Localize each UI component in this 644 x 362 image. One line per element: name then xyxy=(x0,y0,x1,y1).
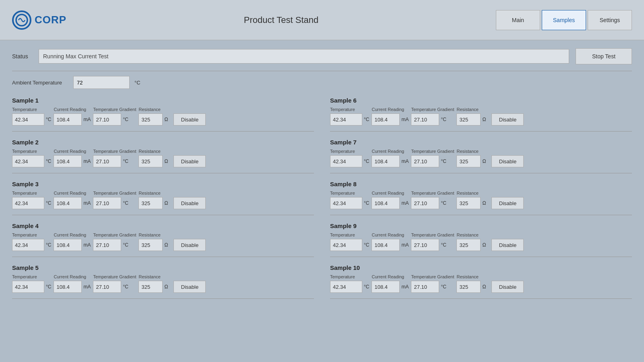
resistance-row: Ω xyxy=(138,197,168,209)
sample-title: Sample 8 xyxy=(330,181,632,187)
current-group: Current Reading mA xyxy=(54,232,91,251)
gradient-unit: °C xyxy=(123,242,128,248)
temp-row: °C xyxy=(330,281,369,293)
gradient-input[interactable] xyxy=(411,155,439,167)
gradient-input[interactable] xyxy=(411,239,439,251)
disable-button[interactable]: Disable xyxy=(173,239,206,251)
disable-button[interactable]: Disable xyxy=(491,281,524,293)
current-label: Current Reading xyxy=(372,191,409,195)
temperature-input[interactable] xyxy=(12,239,44,251)
current-input[interactable] xyxy=(372,155,400,167)
sample-fields: Temperature °C Current Reading mA Temper… xyxy=(12,107,314,125)
gradient-input[interactable] xyxy=(93,197,121,209)
resistance-input[interactable] xyxy=(138,281,163,293)
header: CORP Product Test Stand Main Samples Set… xyxy=(0,0,644,40)
resistance-input[interactable] xyxy=(456,197,481,209)
resistance-group: Resistance Ω xyxy=(456,191,486,209)
temp-row: °C xyxy=(330,113,369,125)
temp-row: °C xyxy=(330,155,369,167)
current-label: Current Reading xyxy=(372,107,409,112)
temp-label: Temperature xyxy=(330,191,369,195)
temp-group: Temperature °C xyxy=(12,232,51,251)
temp-row: °C xyxy=(330,239,369,251)
gradient-label: Temperature Gradient xyxy=(93,274,136,279)
disable-button[interactable]: Disable xyxy=(173,113,206,125)
resistance-input[interactable] xyxy=(456,113,481,125)
disable-button[interactable]: Disable xyxy=(173,197,206,209)
nav-main-button[interactable]: Main xyxy=(496,10,540,30)
temp-row: °C xyxy=(12,239,51,251)
current-input[interactable] xyxy=(54,155,82,167)
sample-fields: Temperature °C Current Reading mA Temper… xyxy=(330,149,632,167)
sample-divider xyxy=(12,298,314,299)
current-group: Current Reading mA xyxy=(54,191,91,209)
gradient-input[interactable] xyxy=(93,239,121,251)
status-input[interactable] xyxy=(39,49,569,64)
gradient-input[interactable] xyxy=(411,197,439,209)
resistance-input[interactable] xyxy=(138,239,163,251)
current-input[interactable] xyxy=(372,113,400,125)
current-group: Current Reading mA xyxy=(372,274,409,293)
current-unit: mA xyxy=(401,242,409,248)
resistance-input[interactable] xyxy=(456,239,481,251)
logo: CORP xyxy=(12,10,66,30)
temp-row: °C xyxy=(330,197,369,209)
temperature-input[interactable] xyxy=(12,281,44,293)
current-input[interactable] xyxy=(54,113,82,125)
resistance-label: Resistance xyxy=(456,149,486,154)
temperature-input[interactable] xyxy=(330,281,362,293)
nav-settings-button[interactable]: Settings xyxy=(588,10,632,30)
resistance-input[interactable] xyxy=(456,155,481,167)
disable-button[interactable]: Disable xyxy=(491,197,524,209)
disable-button[interactable]: Disable xyxy=(491,113,524,125)
sample-title: Sample 7 xyxy=(330,139,632,146)
stop-test-button[interactable]: Stop Test xyxy=(576,48,632,64)
temp-unit: °C xyxy=(364,117,369,122)
current-input[interactable] xyxy=(54,197,82,209)
current-input[interactable] xyxy=(372,281,400,293)
gradient-input[interactable] xyxy=(93,281,121,293)
resistance-input[interactable] xyxy=(138,197,163,209)
resistance-row: Ω xyxy=(456,113,486,125)
resistance-input[interactable] xyxy=(456,281,481,293)
gradient-input[interactable] xyxy=(411,113,439,125)
temp-group: Temperature °C xyxy=(12,149,51,167)
temperature-input[interactable] xyxy=(12,155,44,167)
current-input[interactable] xyxy=(372,197,400,209)
resistance-input[interactable] xyxy=(138,155,163,167)
temperature-input[interactable] xyxy=(330,155,362,167)
current-row: mA xyxy=(372,197,409,209)
resistance-input[interactable] xyxy=(138,113,163,125)
nav-samples-button[interactable]: Samples xyxy=(542,10,586,30)
resistance-row: Ω xyxy=(138,155,168,167)
temperature-input[interactable] xyxy=(330,197,362,209)
disable-button[interactable]: Disable xyxy=(491,239,524,251)
resistance-unit: Ω xyxy=(164,242,168,248)
temperature-input[interactable] xyxy=(330,113,362,125)
temperature-input[interactable] xyxy=(12,113,44,125)
disable-button[interactable]: Disable xyxy=(173,155,206,167)
current-input[interactable] xyxy=(372,239,400,251)
temperature-input[interactable] xyxy=(12,197,44,209)
disable-button[interactable]: Disable xyxy=(491,155,524,167)
current-row: mA xyxy=(372,239,409,251)
temperature-input[interactable] xyxy=(330,239,362,251)
ambient-input[interactable] xyxy=(73,76,130,89)
resistance-unit: Ω xyxy=(482,242,486,248)
temp-group: Temperature °C xyxy=(330,274,369,293)
gradient-input[interactable] xyxy=(93,113,121,125)
sample-block: Sample 6 Temperature °C Current Reading … xyxy=(330,97,632,132)
resistance-label: Resistance xyxy=(138,274,168,279)
current-row: mA xyxy=(372,281,409,293)
sample-block: Sample 9 Temperature °C Current Reading … xyxy=(330,222,632,257)
current-unit: mA xyxy=(83,158,91,164)
sample-title: Sample 9 xyxy=(330,222,632,229)
gradient-input[interactable] xyxy=(93,155,121,167)
gradient-unit: °C xyxy=(441,117,446,122)
current-row: mA xyxy=(54,281,91,293)
disable-button[interactable]: Disable xyxy=(173,281,206,293)
sample-divider xyxy=(330,298,632,299)
current-input[interactable] xyxy=(54,239,82,251)
gradient-input[interactable] xyxy=(411,281,439,293)
current-input[interactable] xyxy=(54,281,82,293)
